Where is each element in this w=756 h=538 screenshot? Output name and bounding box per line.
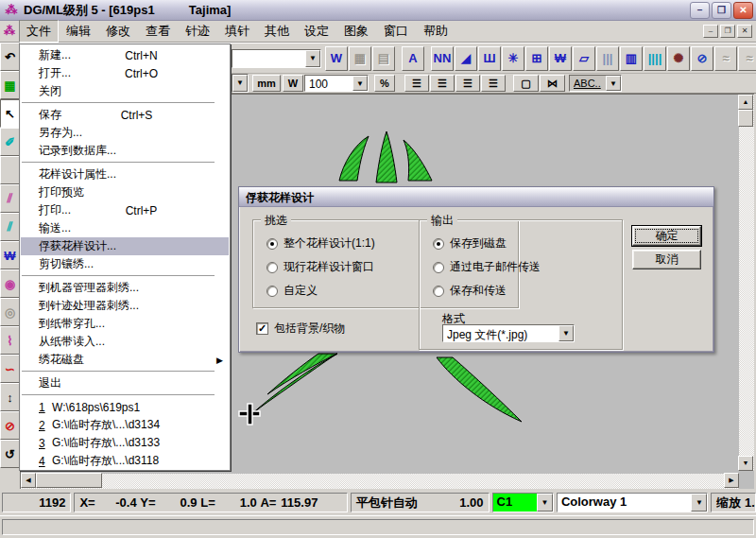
combo-dropdown-icon[interactable]: ▼ (537, 494, 553, 512)
motif-fill-icon[interactable]: ✺ (667, 46, 690, 71)
mdi-close-button[interactable]: ✕ (737, 25, 752, 38)
envelope-shape-icon[interactable]: ▢ (513, 75, 539, 92)
size-combo[interactable]: 100 ▼ (304, 75, 369, 92)
satin-slant-icon[interactable]: ◢ (455, 46, 477, 71)
menu-item-punch-tape[interactable]: 到纸带穿孔... (21, 315, 229, 333)
mdi-restore-button[interactable]: ❐ (720, 25, 735, 38)
format-combo[interactable]: Jpeg 文件(*.jpg) ▼ (442, 324, 575, 342)
radio-icon[interactable] (433, 262, 444, 273)
radio-icon[interactable] (433, 238, 444, 250)
radio-save-and-send[interactable]: 保存和传送 (433, 283, 507, 299)
horizontal-scrollbar[interactable]: ◀ ▶ (21, 474, 739, 489)
radio-icon[interactable] (266, 286, 278, 297)
menu-item-exit[interactable]: 退出 (21, 374, 229, 392)
menu-item-design-properties[interactable]: 花样设计属性... (21, 165, 229, 183)
menu-item-recent-4[interactable]: 4 G:\临时存放\...\d3118 (21, 452, 229, 470)
scroll-left-icon[interactable]: ◀ (21, 473, 36, 488)
menu-item-open[interactable]: 打开...Ctrl+O (21, 64, 229, 82)
bowtie-shape-icon[interactable]: ⋈ (540, 75, 565, 92)
menu-item-recent-3[interactable]: 3 G:\临时存放\...\d3133 (21, 434, 229, 452)
restore-button[interactable]: ❐ (712, 2, 731, 19)
radio-icon[interactable] (433, 286, 444, 297)
branch-tool-icon[interactable]: ⌇ (0, 326, 20, 355)
combo-dropdown-icon[interactable]: ▼ (558, 325, 574, 341)
curve-points-icon[interactable]: ⫽ (0, 184, 20, 213)
combo-dropdown-icon[interactable]: ▼ (691, 494, 707, 512)
menu-item-record-to-database[interactable]: 记录到数据库... (21, 142, 229, 160)
pattern-select-combo[interactable]: ▼ (232, 49, 321, 68)
align-right-icon[interactable]: ☰ (455, 75, 480, 92)
mdi-minimize-button[interactable]: – (703, 25, 718, 38)
notes-icon[interactable]: ▤ (372, 46, 395, 71)
scroll-down-icon[interactable]: ▼ (738, 456, 753, 471)
menu-item-print-preview[interactable]: 打印预览 (21, 183, 229, 201)
curve-arrow-icon[interactable]: ∽ (0, 355, 20, 383)
menu-item-send[interactable]: 输送... (21, 219, 229, 237)
radio-current-window[interactable]: 现行花样设计窗口 (266, 259, 374, 275)
width-button[interactable]: W (283, 75, 303, 92)
pattern-grid-icon[interactable]: ▦ (0, 71, 20, 99)
fan-fill-icon[interactable]: ✳ (502, 46, 524, 71)
menu-view[interactable]: 查看 (138, 20, 178, 43)
menu-settings[interactable]: 设定 (297, 20, 336, 43)
circle-tool-icon[interactable]: ◉ (0, 269, 20, 298)
stitch-direction-icon[interactable]: ↕ (0, 383, 20, 411)
rotate-tool-icon[interactable]: ↺ (0, 440, 20, 468)
scroll-up-icon[interactable]: ▲ (738, 95, 753, 110)
menu-item-close[interactable]: 关闭 (21, 82, 229, 100)
machine-format-icon[interactable]: ▦ (349, 46, 371, 71)
menu-item-new[interactable]: 新建...Ctrl+N (21, 46, 229, 64)
menu-image[interactable]: 图象 (336, 20, 376, 43)
combo-dropdown-icon[interactable]: ▼ (606, 76, 621, 91)
radio-custom[interactable]: 自定义 (266, 283, 318, 299)
radio-send-by-email[interactable]: 通过电子邮件传送 (433, 259, 541, 275)
units-mm-button[interactable]: mm (252, 75, 281, 92)
combo-dropdown-icon[interactable]: ▼ (305, 50, 320, 67)
quadrilateral-icon[interactable]: ▱ (573, 46, 595, 71)
menu-other[interactable]: 其他 (257, 20, 297, 43)
menu-fill[interactable]: 填针 (217, 20, 257, 43)
align-center-icon[interactable]: ☰ (430, 75, 455, 92)
menu-item-sew-machine-manager[interactable]: 到机器管理器刺绣... (21, 279, 229, 297)
pointer-tool-icon[interactable]: ↖ (0, 99, 20, 128)
wave-effect-2-icon[interactable]: ≈ (738, 46, 756, 71)
needle-thread-icon[interactable]: ⊘ (691, 46, 713, 71)
dialog-title[interactable]: 俘获花样设计 (239, 187, 713, 207)
circle-tool-disabled-icon[interactable]: ◎ (0, 298, 20, 326)
menu-item-save[interactable]: 保存Ctrl+S (21, 106, 229, 124)
menu-item-read-tape[interactable]: 从纸带读入... (21, 333, 229, 351)
wave-bars-icon[interactable]: ||| (596, 46, 619, 71)
input-pen-icon[interactable]: ✐ (0, 128, 20, 156)
ok-button[interactable]: 确定 (632, 226, 701, 246)
menu-item-embroidery-disk[interactable]: 绣花磁盘▶ (21, 351, 229, 369)
align-left-icon[interactable]: ☰ (404, 75, 429, 92)
radio-save-to-disk[interactable]: 保存到磁盘 (433, 235, 507, 252)
hidden-combo[interactable]: ▼ (232, 74, 249, 93)
zigzag-tool-icon[interactable]: ₩ (0, 241, 20, 269)
percent-button[interactable]: % (374, 75, 395, 92)
menu-window[interactable]: 窗口 (376, 20, 416, 43)
undo-icon[interactable]: ↶ (0, 43, 20, 71)
menu-help[interactable]: 帮助 (416, 20, 455, 43)
checkbox-icon[interactable]: ✓ (256, 322, 268, 335)
combo-dropdown-icon[interactable]: ▼ (232, 75, 248, 92)
scroll-right-icon[interactable]: ▶ (724, 473, 739, 488)
satin-column-icon[interactable]: Ш (478, 46, 501, 71)
lettering-icon[interactable]: A (402, 46, 424, 71)
blank-slot[interactable] (0, 156, 20, 184)
radio-whole-design[interactable]: 整个花样设计(1:1) (266, 235, 375, 252)
abc-style-combo[interactable]: ABC.. ▼ (569, 75, 622, 92)
menu-item-recent-2[interactable]: 2 G:\临时存放\...\d3134 (21, 416, 229, 434)
menu-item-cut-applique[interactable]: 剪切镶绣... (21, 255, 229, 273)
menu-modify[interactable]: 修改 (98, 20, 138, 43)
menu-item-recent-1[interactable]: 1 W:\618ps\619ps1 (21, 398, 229, 416)
vertical-scroll-thumb[interactable] (738, 110, 753, 127)
minimize-button[interactable]: – (690, 2, 710, 19)
colorway-selector[interactable]: Colorway 1 ▼ (557, 493, 708, 512)
menu-item-sew-stitch-processor[interactable]: 到针迹处理器刺绣... (21, 297, 229, 315)
radio-icon[interactable] (266, 262, 278, 273)
manual-stitch-icon[interactable]: W (325, 46, 348, 71)
column-oval-icon[interactable]: ⊘ (0, 411, 20, 440)
zigzag-column-icon[interactable]: ₩ (549, 46, 572, 71)
line-fill-icon[interactable]: |||| (644, 46, 666, 71)
